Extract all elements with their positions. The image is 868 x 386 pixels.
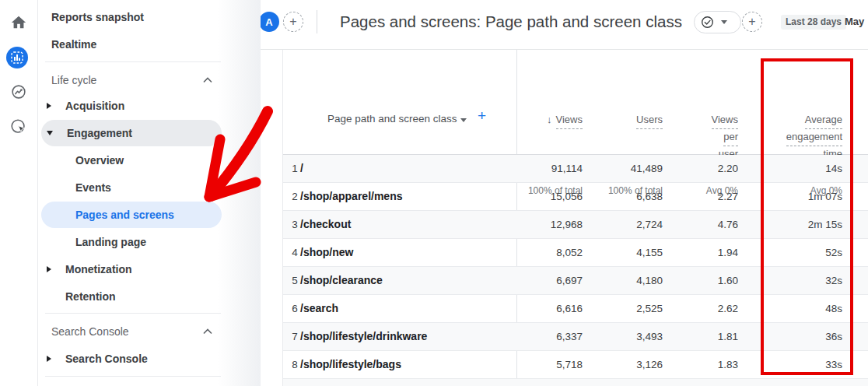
sidebar-item-events[interactable]: Events: [38, 174, 261, 201]
table-row-partial: [283, 379, 868, 386]
table-row: 4 /shop/new 8,052 4,155 1.94 52s: [283, 239, 868, 267]
chevron-up-icon[interactable]: [203, 328, 212, 335]
home-icon: [10, 14, 27, 31]
table-row: 1 / 91,114 41,489 2.20 14s: [283, 155, 868, 183]
sidebar-item-label: Retention: [65, 290, 116, 303]
header-divider: [317, 10, 317, 33]
page-path-cell: /shop/new: [300, 239, 353, 266]
section-header-label: Search Console: [51, 325, 129, 338]
home-icon[interactable]: [9, 12, 29, 33]
advertising-icon: [10, 118, 27, 135]
sidebar-divider: [45, 61, 221, 62]
table-row: 8 /shop/lifestyle/bags 5,718 3,126 1.83 …: [283, 351, 868, 379]
section-header-search-console[interactable]: Search Console: [38, 318, 261, 345]
sidebar-item-reports-snapshot[interactable]: Reports snapshot: [38, 4, 261, 30]
report-header: A + Pages and screens: Page path and scr…: [261, 0, 868, 49]
chevron-down-icon: [721, 20, 727, 24]
table-row: 3 /checkout 12,968 2,724 4.76 2m 15s: [283, 211, 868, 239]
expand-right-icon: [47, 266, 51, 272]
sidebar-item-landing-page[interactable]: Landing page: [38, 229, 261, 255]
sidebar-item-label: Events: [75, 181, 111, 194]
table-body: 1 / 91,114 41,489 2.20 14s 2 /shop/appar…: [283, 155, 868, 386]
avg-engagement-cell: 1m 07s: [687, 183, 842, 210]
column-label-line: Average: [805, 112, 842, 129]
sidebar-item-label: Engagement: [67, 127, 132, 139]
sidebar-item-label: Landing page: [75, 236, 146, 248]
sidebar-item-label: Realtime: [51, 38, 96, 51]
date-range-picker[interactable]: Last 28 days: [781, 15, 846, 30]
table-row: 6 /search 6,616 2,525 2.62 48s: [283, 295, 868, 323]
page-path-cell: /shop/clearance: [300, 267, 383, 294]
table-header: Page path and screen class + ↓Views User…: [283, 50, 868, 155]
add-report-item-button[interactable]: +: [742, 12, 762, 32]
sidebar-item-label: Search Console: [65, 353, 148, 365]
page-path-cell: /shop/lifestyle/bags: [300, 351, 401, 378]
sidebar-item-engagement[interactable]: Engagement: [38, 120, 261, 146]
expand-right-icon: [47, 103, 51, 109]
table-row: 7 /shop/lifestyle/drinkware 6,337 3,493 …: [283, 323, 868, 351]
pages-and-screens-table: Page path and screen class + ↓Views User…: [282, 50, 868, 386]
explore-icon[interactable]: [9, 82, 29, 102]
bar-chart-icon: [11, 51, 23, 64]
sidebar-item-label: Overview: [75, 154, 124, 167]
avg-engagement-cell: 48s: [687, 295, 842, 322]
avg-engagement-cell: 2m 15s: [687, 211, 842, 238]
left-icon-rail: [0, 0, 38, 386]
explore-icon: [10, 83, 27, 100]
page-path-cell: /search: [300, 295, 338, 322]
sidebar-item-label: Pages and screens: [75, 209, 174, 221]
sidebar-item-search-console[interactable]: Search Console: [38, 346, 261, 372]
avg-engagement-cell: 52s: [687, 239, 842, 266]
page-path-cell: /checkout: [300, 211, 351, 238]
sidebar-item-monetization[interactable]: Monetization: [38, 256, 261, 282]
section-header-label: Life cycle: [51, 74, 96, 86]
expand-down-icon: [47, 131, 53, 135]
sidebar-item-label: Acquisition: [65, 100, 124, 112]
sidebar-item-realtime[interactable]: Realtime: [38, 31, 261, 58]
page-path-cell: /: [300, 155, 303, 182]
sidebar-item-label: Monetization: [65, 263, 132, 275]
sidebar-item-overview[interactable]: Overview: [38, 147, 261, 174]
sidebar-divider: [45, 313, 221, 314]
sidebar-item-pages-and-screens[interactable]: Pages and screens: [38, 202, 261, 228]
report-customize-dropdown[interactable]: [694, 11, 741, 33]
chevron-up-icon[interactable]: [203, 77, 212, 83]
advertising-icon[interactable]: [9, 117, 29, 137]
ga4-reports-screen: Reports snapshot Realtime Life cycle Acq…: [0, 0, 868, 386]
check-circle-icon: [701, 16, 714, 29]
expand-right-icon: [47, 356, 51, 362]
comparison-chip-all-users[interactable]: A: [259, 12, 279, 32]
sidebar-item-label: Reports snapshot: [51, 11, 144, 23]
page-path-cell: /shop/lifestyle/drinkware: [300, 323, 427, 350]
avg-engagement-cell: 33s: [687, 351, 842, 378]
table-row: 2 /shop/apparel/mens 15,056 6,638 2.27 1…: [283, 183, 868, 211]
column-label-line: engagement: [786, 129, 842, 146]
avg-engagement-cell: 36s: [687, 323, 842, 350]
sidebar-divider: [45, 376, 221, 377]
page-path-cell: /shop/apparel/mens: [300, 183, 402, 210]
avg-engagement-cell: 14s: [687, 155, 842, 182]
avg-engagement-cell: 32s: [687, 267, 842, 294]
add-comparison-button[interactable]: +: [283, 12, 303, 32]
date-range-start[interactable]: May: [845, 16, 864, 27]
table-row: 5 /shop/clearance 6,697 4,180 1.60 32s: [283, 267, 868, 295]
reports-icon[interactable]: [6, 47, 28, 68]
report-nav-sidebar: Reports snapshot Realtime Life cycle Acq…: [38, 0, 261, 386]
section-header-life-cycle[interactable]: Life cycle: [38, 67, 261, 93]
sidebar-item-retention[interactable]: Retention: [38, 283, 261, 310]
sidebar-item-acquisition[interactable]: Acquisition: [38, 93, 261, 119]
page-title: Pages and screens: Page path and screen …: [340, 12, 682, 31]
